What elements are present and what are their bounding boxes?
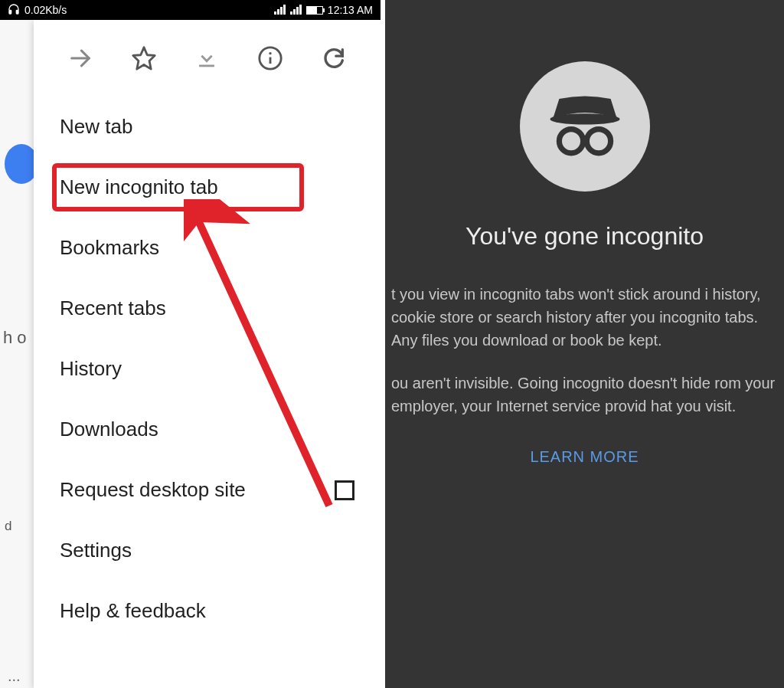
menu-item-help-feedback[interactable]: Help & feedback [34,581,381,641]
menu-item-new-incognito-tab[interactable]: New incognito tab [34,157,381,218]
chrome-overflow-menu: New tab New incognito tab Bookmarks Rece… [34,20,381,688]
incognito-icon [539,80,631,172]
bookmark-star-button[interactable] [129,43,159,74]
learn-more-link[interactable]: LEARN MORE [385,448,784,466]
menu-item-label: New tab [60,115,132,139]
data-rate-text: 0.02Kb/s [24,4,67,16]
status-time: 12:13 AM [328,4,373,16]
signal-icon-2 [290,5,302,15]
menu-item-request-desktop-site[interactable]: Request desktop site [34,460,381,520]
forward-button[interactable] [65,43,96,74]
menu-item-label: Request desktop site [60,478,246,502]
svg-rect-1 [16,10,18,14]
incognito-description-2: ou aren't invisible. Going incognito doe… [385,372,784,418]
incognito-description-1: t you view in incognito tabs won't stick… [385,283,784,352]
menu-item-settings[interactable]: Settings [34,520,381,581]
svg-point-7 [269,52,271,54]
menu-item-label: New incognito tab [60,175,218,199]
background-ellipsis: ... [8,667,21,685]
menu-item-new-tab[interactable]: New tab [34,97,381,157]
menu-icon-row [34,20,381,97]
download-button[interactable] [191,43,222,74]
menu-item-label: Recent tabs [60,296,166,320]
refresh-button[interactable] [318,43,349,74]
menu-list: New tab New incognito tab Bookmarks Rece… [34,97,381,641]
svg-point-10 [559,129,583,153]
background-text-fragment-1: h o [3,328,27,348]
right-screenshot-pane: You've gone incognito t you view in inco… [385,0,784,688]
svg-point-9 [550,113,619,124]
menu-item-label: Help & feedback [60,599,206,623]
menu-item-label: History [60,357,122,381]
svg-rect-4 [200,65,215,67]
menu-item-label: Settings [60,539,132,562]
headphone-icon [8,3,20,18]
menu-item-recent-tabs[interactable]: Recent tabs [34,278,381,339]
signal-icon [274,5,286,15]
incognito-badge [520,61,650,192]
incognito-title: You've gone incognito [385,222,784,251]
background-strip [0,20,34,688]
desktop-site-checkbox[interactable] [335,480,354,500]
svg-marker-3 [133,48,155,69]
battery-icon [306,6,323,15]
menu-item-bookmarks[interactable]: Bookmarks [34,218,381,278]
android-status-bar: 0.02Kb/s 12:13 AM [0,0,381,20]
menu-item-history[interactable]: History [34,339,381,399]
menu-item-downloads[interactable]: Downloads [34,399,381,460]
svg-point-11 [586,129,610,153]
menu-item-label: Bookmarks [60,236,159,260]
menu-item-label: Downloads [60,418,158,441]
left-screenshot-pane: 0.02Kb/s 12:13 AM h o d ... [0,0,381,688]
info-button[interactable] [255,43,286,74]
svg-rect-0 [9,10,11,14]
background-text-fragment-2: d [5,519,11,534]
